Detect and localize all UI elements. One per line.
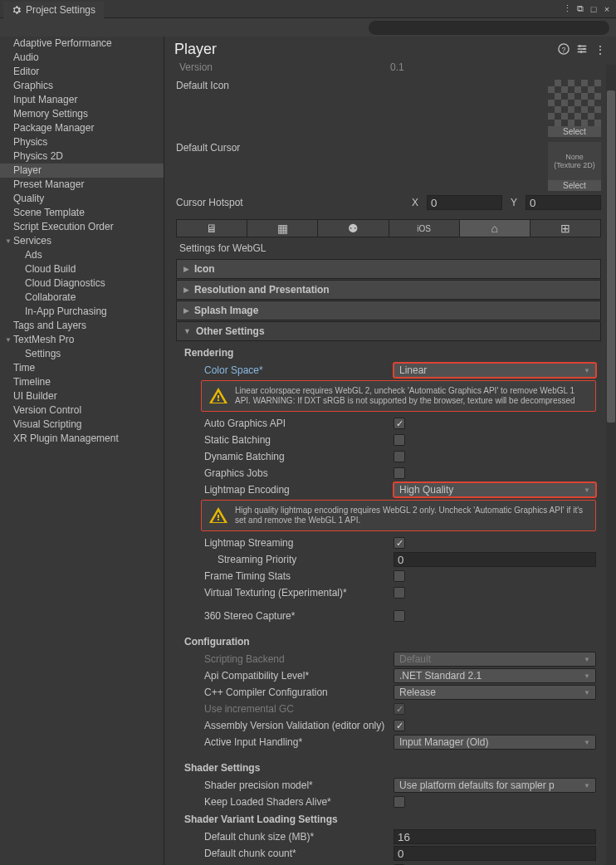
sidebar-item-graphics[interactable]: Graphics bbox=[0, 79, 164, 93]
sidebar-item-visual-scripting[interactable]: Visual Scripting bbox=[0, 418, 164, 432]
sidebar-item-services[interactable]: ▼Services bbox=[0, 234, 164, 248]
svg-text:?: ? bbox=[562, 46, 566, 54]
sidebar-item-physics-2d[interactable]: Physics 2D bbox=[0, 149, 164, 164]
warning-icon bbox=[208, 506, 228, 525]
graphics-jobs-checkbox[interactable] bbox=[394, 467, 405, 479]
sidebar-item-textmesh-pro[interactable]: ▼TextMesh Pro bbox=[0, 333, 164, 347]
cpp-config-dropdown[interactable]: Release▼ bbox=[394, 685, 596, 700]
auto-graphics-checkbox[interactable] bbox=[394, 418, 405, 429]
shader-precision-label: Shader precision model* bbox=[181, 779, 394, 791]
incremental-gc-label: Use incremental GC bbox=[181, 703, 394, 715]
sidebar-item-scene-template[interactable]: Scene Template bbox=[0, 206, 164, 220]
sidebar-item-collaborate[interactable]: Collaborate bbox=[0, 291, 164, 305]
lightmap-encoding-dropdown[interactable]: High Quality▼ bbox=[394, 482, 596, 497]
static-batching-checkbox[interactable] bbox=[394, 434, 405, 446]
default-cursor-thumb[interactable]: None (Texture 2D) bbox=[548, 142, 601, 180]
help-icon[interactable]: ? bbox=[558, 43, 570, 55]
default-icon-label: Default Icon bbox=[176, 80, 408, 91]
more-icon[interactable]: ⋮ bbox=[594, 43, 606, 55]
sidebar-item-memory-settings[interactable]: Memory Settings bbox=[0, 107, 164, 121]
sidebar-item-tags-and-layers[interactable]: Tags and Layers bbox=[0, 319, 164, 333]
hotspot-y-input[interactable] bbox=[526, 195, 601, 210]
sidebar-item-cloud-build[interactable]: Cloud Build bbox=[0, 262, 164, 276]
svg-point-4 bbox=[580, 51, 583, 53]
sidebar-item-version-control[interactable]: Version Control bbox=[0, 403, 164, 418]
sidebar-item-input-manager[interactable]: Input Manager bbox=[0, 93, 164, 107]
sidebar-item-time[interactable]: Time bbox=[0, 361, 164, 375]
default-icon-select[interactable]: Select bbox=[548, 126, 601, 137]
search-input[interactable] bbox=[369, 21, 609, 35]
close-icon[interactable]: × bbox=[601, 3, 613, 15]
sliders-icon[interactable] bbox=[576, 43, 588, 55]
tab-server[interactable]: ▦ bbox=[247, 220, 318, 237]
sidebar-item-adaptive-performance[interactable]: Adaptive Performance bbox=[0, 37, 164, 51]
tab-project-settings[interactable]: Project Settings bbox=[3, 0, 104, 18]
warning-icon bbox=[208, 386, 228, 406]
y-label: Y bbox=[511, 197, 517, 208]
frame-timing-label: Frame Timing Stats bbox=[181, 570, 394, 582]
sidebar-item-ads[interactable]: Ads bbox=[0, 248, 164, 262]
api-compat-dropdown[interactable]: .NET Standard 2.1▼ bbox=[394, 668, 596, 683]
chevron-down-icon: ▼ bbox=[584, 672, 590, 680]
android-icon: ⚉ bbox=[348, 222, 359, 235]
assembly-validation-checkbox[interactable] bbox=[394, 720, 405, 731]
sidebar-item-script-execution-order[interactable]: Script Execution Order bbox=[0, 220, 164, 234]
tab-webgl[interactable]: ⌂ bbox=[460, 220, 530, 237]
foldout-icon[interactable]: ▶Icon bbox=[176, 259, 601, 279]
sidebar-item-preset-manager[interactable]: Preset Manager bbox=[0, 178, 164, 192]
input-handling-dropdown[interactable]: Input Manager (Old)▼ bbox=[394, 735, 596, 750]
virtual-texturing-checkbox[interactable] bbox=[394, 587, 405, 599]
chevron-right-icon: ▶ bbox=[183, 265, 189, 273]
stereo-360-checkbox[interactable] bbox=[394, 610, 405, 622]
foldout-splash[interactable]: ▶Splash Image bbox=[176, 301, 601, 320]
streaming-priority-input[interactable] bbox=[394, 552, 596, 567]
default-cursor-select[interactable]: Select bbox=[548, 180, 601, 191]
sidebar-item-player[interactable]: Player bbox=[0, 164, 164, 178]
auto-graphics-label: Auto Graphics API bbox=[181, 418, 394, 429]
version-label: Version bbox=[179, 61, 385, 73]
frame-timing-checkbox[interactable] bbox=[394, 570, 405, 582]
scrollbar[interactable] bbox=[606, 65, 616, 865]
hotspot-x-input[interactable] bbox=[427, 195, 502, 210]
keep-loaded-checkbox[interactable] bbox=[394, 796, 405, 808]
html5-icon: ⌂ bbox=[491, 222, 498, 235]
chevron-down-icon: ▼ bbox=[5, 235, 13, 247]
lightmap-streaming-checkbox[interactable] bbox=[394, 537, 405, 549]
foldout-resolution[interactable]: ▶Resolution and Presentation bbox=[176, 280, 601, 300]
sidebar-item-quality[interactable]: Quality bbox=[0, 192, 164, 206]
sidebar-item-settings[interactable]: Settings bbox=[0, 347, 164, 361]
sidebar-item-physics[interactable]: Physics bbox=[0, 135, 164, 149]
sidebar-item-timeline[interactable]: Timeline bbox=[0, 375, 164, 389]
virtual-texturing-label: Virtual Texturing (Experimental)* bbox=[181, 587, 394, 599]
chevron-down-icon: ▼ bbox=[584, 367, 590, 374]
svg-point-2 bbox=[579, 45, 581, 47]
sidebar-item-ui-builder[interactable]: UI Builder bbox=[0, 389, 164, 403]
chevron-right-icon: ▶ bbox=[183, 286, 189, 294]
sidebar-item-xr-plugin-management[interactable]: XR Plugin Management bbox=[0, 432, 164, 446]
static-batching-label: Static Batching bbox=[181, 434, 394, 446]
page-title: Player bbox=[174, 41, 558, 58]
maximize-icon[interactable]: □ bbox=[588, 3, 599, 15]
detach-icon[interactable]: ⧉ bbox=[574, 3, 586, 15]
tab-windows[interactable]: ⊞ bbox=[530, 220, 600, 237]
chevron-down-icon: ▼ bbox=[584, 486, 590, 494]
default-icon-thumb[interactable] bbox=[548, 80, 601, 126]
menu-icon[interactable]: ⋮ bbox=[561, 3, 573, 15]
chunk-size-input[interactable] bbox=[394, 829, 596, 844]
foldout-other[interactable]: ▼Other Settings bbox=[176, 321, 601, 341]
sidebar-item-editor[interactable]: Editor bbox=[0, 65, 164, 79]
color-space-dropdown[interactable]: Linear▼ bbox=[394, 363, 596, 378]
tab-ios[interactable]: iOS bbox=[389, 220, 460, 237]
scrollbar-thumb[interactable] bbox=[607, 90, 615, 423]
sidebar-item-package-manager[interactable]: Package Manager bbox=[0, 121, 164, 135]
assembly-validation-label: Assembly Version Validation (editor only… bbox=[181, 720, 394, 731]
dynamic-batching-checkbox[interactable] bbox=[394, 451, 405, 462]
tab-standalone[interactable]: 🖥 bbox=[177, 220, 247, 237]
sidebar-item-in-app-purchasing[interactable]: In-App Purchasing bbox=[0, 305, 164, 319]
chunk-count-input[interactable] bbox=[394, 846, 596, 861]
shader-precision-dropdown[interactable]: Use platform defaults for sampler p▼ bbox=[394, 778, 596, 793]
sidebar-item-cloud-diagnostics[interactable]: Cloud Diagnostics bbox=[0, 276, 164, 291]
rendering-header: Rendering bbox=[178, 344, 599, 362]
tab-android[interactable]: ⚉ bbox=[318, 220, 389, 237]
sidebar-item-audio[interactable]: Audio bbox=[0, 51, 164, 65]
